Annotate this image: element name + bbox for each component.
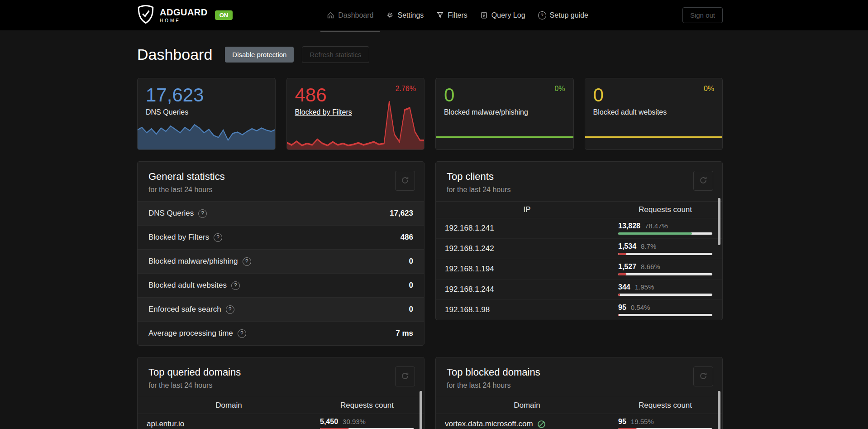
blocked-by-filters-card: 2.76% 486 Blocked by Filters [286, 78, 425, 150]
filter-funnel-icon [436, 11, 444, 19]
requests-bar [618, 314, 712, 316]
adguard-logo[interactable]: ADGUARD HOME ON [137, 5, 233, 26]
client-ip[interactable]: 192.168.1.98 [436, 305, 618, 314]
top-clients-table-header: IP Requests count [436, 201, 722, 218]
top-clients-refresh-button[interactable] [693, 171, 713, 191]
sign-out-button[interactable]: Sign out [682, 7, 723, 23]
client-ip[interactable]: 192.168.1.241 [436, 224, 618, 233]
scrollbar-thumb[interactable] [718, 391, 720, 429]
top-queried-title: Top queried domains [148, 366, 413, 378]
stat-row-label: Average processing time [148, 329, 233, 338]
table-row: 192.168.1.241 13,82878.47% [436, 218, 722, 238]
requests-percent: 19.55% [631, 418, 654, 425]
stat-row-value: 0 [409, 257, 413, 266]
stat-row: Blocked malware/phishing? 0 [138, 249, 424, 273]
blocked-malware-label: Blocked malware/phishing [444, 108, 565, 116]
top-blocked-refresh-button[interactable] [693, 366, 713, 386]
page-title: Dashboard [137, 46, 212, 63]
brand-name: ADGUARD [160, 8, 208, 17]
top-navbar: ADGUARD HOME ON Dashboard Settings [0, 0, 868, 30]
refresh-icon [401, 176, 409, 186]
scrollbar-thumb[interactable] [420, 391, 422, 429]
general-statistics-table: DNS Queries? 17,623 Blocked by Filters? … [138, 201, 424, 345]
table-row: vortex.data.microsoft.com 9519.55% [436, 414, 722, 429]
table-row: 192.168.1.242 1,5348.7% [436, 238, 722, 259]
document-icon [480, 11, 488, 19]
requests-percent: 1.95% [635, 283, 654, 291]
top-blocked-title: Top blocked domains [447, 366, 711, 378]
client-ip[interactable]: 192.168.1.242 [436, 244, 618, 253]
requests-count-column-header: Requests count [320, 397, 424, 414]
blocked-adult-sparkline [585, 136, 723, 138]
blocked-malware-value: 0 [444, 85, 565, 106]
dns-queries-value: 17,623 [146, 85, 267, 106]
disable-protection-button[interactable]: Disable protection [225, 47, 294, 63]
client-ip[interactable]: 192.168.1.244 [436, 285, 618, 294]
scrollbar-thumb[interactable] [718, 198, 720, 245]
requests-percent: 8.7% [641, 242, 656, 250]
stat-row: Blocked adult websites? 0 [138, 273, 424, 297]
requests-count: 13,828 [618, 222, 640, 230]
stat-row-value: 486 [401, 233, 413, 242]
blocked-adult-label: Blocked adult websites [593, 108, 715, 116]
help-icon[interactable]: ? [226, 305, 234, 314]
requests-bar [618, 232, 712, 235]
help-icon[interactable]: ? [238, 329, 246, 338]
nav-setup-guide[interactable]: ? Setup guide [532, 0, 595, 30]
main-nav: Dashboard Settings Filters Query Log [320, 0, 595, 30]
domain-column-header: Domain [436, 397, 618, 414]
table-row: 192.168.1.98 950.54% [436, 299, 722, 320]
page-header: Dashboard Disable protection Refresh sta… [137, 46, 723, 63]
nav-settings[interactable]: Settings [380, 0, 430, 30]
general-statistics-refresh-button[interactable] [395, 171, 415, 191]
queried-domain[interactable]: api.entur.io [138, 419, 320, 429]
requests-count: 344 [618, 283, 630, 291]
blocked-domain[interactable]: vortex.data.microsoft.com [445, 419, 533, 429]
blocked-malware-percent: 0% [554, 85, 565, 93]
requests-percent: 0.54% [631, 304, 650, 311]
stat-row: Enforced safe search? 0 [138, 297, 424, 321]
top-blocked-subtitle: for the last 24 hours [447, 381, 711, 390]
requests-percent: 30.93% [343, 418, 366, 425]
top-clients-card: Top clients for the last 24 hours IP Req… [435, 161, 723, 320]
nav-dashboard[interactable]: Dashboard [320, 0, 380, 30]
requests-count: 1,527 [618, 263, 636, 271]
client-ip[interactable]: 192.168.1.194 [436, 265, 618, 274]
help-icon[interactable]: ? [214, 233, 222, 242]
top-queried-table-header: Domain Requests count [138, 397, 424, 414]
help-icon[interactable]: ? [243, 257, 251, 266]
dashboard-page: Dashboard Disable protection Refresh sta… [137, 46, 723, 429]
top-blocked-domains-card: Top blocked domains for the last 24 hour… [435, 357, 723, 429]
help-icon[interactable]: ? [231, 281, 240, 290]
nav-settings-label: Settings [397, 11, 424, 19]
blocked-circle-icon [537, 420, 546, 429]
general-statistics-card: General statistics for the last 24 hours… [137, 161, 424, 346]
requests-percent: 78.47% [645, 222, 668, 230]
refresh-icon [401, 372, 409, 381]
refresh-icon [699, 176, 707, 186]
requests-count: 95 [618, 418, 626, 426]
gear-icon [386, 11, 394, 19]
nav-filters[interactable]: Filters [430, 0, 474, 30]
top-queried-refresh-button[interactable] [395, 366, 415, 386]
refresh-statistics-button[interactable]: Refresh statistics [302, 46, 369, 63]
domain-column-header: Domain [138, 397, 320, 414]
blocked-by-filters-percent: 2.76% [396, 85, 416, 93]
help-icon[interactable]: ? [198, 209, 207, 218]
requests-count: 1,534 [618, 242, 636, 251]
protection-on-badge: ON [215, 10, 233, 20]
blocked-malware-card: 0% 0 Blocked malware/phishing [435, 78, 574, 150]
top-clients-subtitle: for the last 24 hours [447, 186, 711, 194]
refresh-icon [699, 372, 707, 381]
dns-queries-sparkline [137, 116, 276, 149]
stat-cards-row: 17,623 DNS Queries 2.76% 486 Blocked by … [137, 78, 723, 150]
nav-query-log[interactable]: Query Log [474, 0, 532, 30]
top-blocked-table-header: Domain Requests count [436, 397, 722, 414]
top-queried-table: api.entur.io 5,45030.93% [138, 414, 424, 429]
dns-queries-card: 17,623 DNS Queries [137, 78, 276, 150]
top-queried-subtitle: for the last 24 hours [148, 381, 413, 390]
top-blocked-table: vortex.data.microsoft.com 9519.55% [436, 414, 722, 429]
general-statistics-title: General statistics [148, 171, 413, 183]
blocked-by-filters-link[interactable]: Blocked by Filters [295, 108, 352, 116]
requests-count: 5,450 [320, 418, 338, 426]
